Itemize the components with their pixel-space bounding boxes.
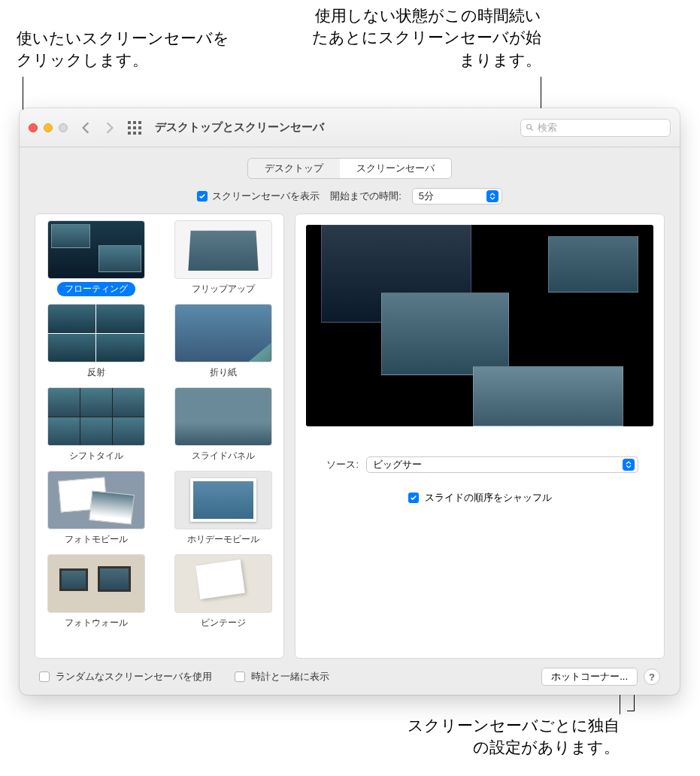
screensaver-label: 反射	[80, 365, 113, 380]
screensaver-label: フォトモビール	[57, 532, 135, 547]
hot-corners-button[interactable]: ホットコーナー...	[541, 668, 638, 686]
forward-icon[interactable]	[105, 121, 114, 135]
screensaver-item[interactable]: ビンテージ	[168, 554, 277, 630]
svg-rect-8	[138, 132, 141, 135]
screensaver-list[interactable]: フローティングフリップアップ反射折り紙シフトタイルスライドパネルフォトモビールホ…	[35, 214, 284, 659]
source-popup[interactable]: ビッグサー	[366, 456, 638, 473]
screensaver-thumbnail	[174, 304, 272, 362]
shuffle-checkbox[interactable]	[408, 493, 419, 503]
screensaver-item[interactable]: ホリデーモビール	[168, 471, 277, 547]
screensaver-thumbnail	[47, 471, 145, 529]
screensaver-thumbnail	[174, 554, 272, 613]
preview-pane: ソース: ビッグサー スライドの順序をシャ	[295, 214, 665, 659]
svg-rect-1	[133, 121, 136, 124]
tab-desktop[interactable]: デスクトップ	[248, 159, 340, 178]
screensaver-label: フローティング	[57, 282, 135, 296]
screensaver-item[interactable]: シフトタイル	[41, 387, 150, 463]
window-title: デスクトップとスクリーンセーバ	[155, 120, 324, 135]
top-options: スクリーンセーバを表示 開始までの時間: 5分	[35, 188, 665, 205]
svg-rect-3	[128, 126, 131, 129]
back-icon[interactable]	[81, 121, 90, 135]
screensaver-label: ビンテージ	[193, 616, 253, 630]
show-screensaver-checkbox[interactable]	[197, 191, 208, 202]
start-after-label: 開始までの時間:	[330, 189, 402, 203]
random-label: ランダムなスクリーンセーバを使用	[56, 670, 212, 684]
close-button[interactable]	[29, 123, 38, 132]
screensaver-thumbnail	[47, 304, 145, 362]
screensaver-label: 折り紙	[202, 365, 244, 380]
svg-point-9	[527, 124, 532, 129]
svg-line-10	[531, 128, 533, 130]
screensaver-label: スライドパネル	[184, 449, 262, 463]
callout-own-settings: スクリーンセーバごとに独自の設定があります。	[394, 714, 620, 759]
show-all-icon[interactable]	[128, 121, 141, 135]
screensaver-item[interactable]: 反射	[41, 304, 150, 380]
callout-idle-time: 使用しない状態がこの時間続いたあとにスクリーンセーバが始まります。	[301, 5, 541, 71]
svg-rect-7	[133, 132, 136, 135]
screensaver-thumbnail	[47, 387, 145, 446]
search-placeholder: 検索	[538, 121, 557, 135]
shuffle-label: スライドの順序をシャッフル	[425, 491, 552, 505]
random-checkbox[interactable]	[39, 671, 50, 682]
bottom-bar: ランダムなスクリーンセーバを使用 時計と一緒に表示 ホットコーナー... ?	[35, 659, 665, 695]
show-screensaver-label: スクリーンセーバを表示	[212, 189, 320, 203]
clock-label: 時計と一緒に表示	[251, 670, 329, 684]
screensaver-item[interactable]: フォトモビール	[41, 471, 150, 547]
source-value: ビッグサー	[373, 458, 422, 471]
traffic-lights	[29, 123, 68, 132]
start-after-popup[interactable]: 5分	[412, 188, 502, 205]
screensaver-thumbnail	[174, 387, 272, 446]
svg-rect-4	[133, 126, 136, 129]
search-icon	[526, 123, 535, 132]
source-label: ソース:	[321, 458, 359, 471]
help-button[interactable]: ?	[644, 668, 660, 685]
screensaver-label: フリップアップ	[184, 282, 262, 296]
screensaver-item[interactable]: フォトウォール	[41, 554, 150, 630]
preview-image[interactable]	[306, 225, 653, 426]
preferences-window: デスクトップとスクリーンセーバ 検索 デスクトップ スクリーンセーバ スクリーン…	[20, 108, 680, 695]
screensaver-item[interactable]: フリップアップ	[168, 220, 277, 296]
screensaver-item[interactable]: スライドパネル	[168, 387, 277, 463]
callout-select-saver: 使いたいスクリーンセーバをクリックします。	[17, 27, 242, 71]
nav-arrows	[81, 121, 114, 135]
svg-rect-2	[138, 121, 141, 124]
screensaver-item[interactable]: 折り紙	[168, 304, 277, 380]
screensaver-label: ホリデーモビール	[180, 532, 267, 547]
popup-arrows-icon	[486, 190, 498, 202]
screensaver-item[interactable]: フローティング	[41, 220, 150, 296]
minimize-button[interactable]	[44, 123, 53, 132]
svg-rect-0	[128, 121, 131, 124]
screensaver-thumbnail	[47, 554, 145, 613]
screensaver-label: フォトウォール	[57, 616, 135, 630]
screensaver-thumbnail	[174, 471, 272, 529]
search-field[interactable]: 検索	[520, 119, 671, 137]
svg-rect-6	[128, 132, 131, 135]
tab-screensaver[interactable]: スクリーンセーバ	[340, 159, 451, 178]
svg-rect-5	[138, 126, 141, 129]
titlebar: デスクトップとスクリーンセーバ 検索	[20, 108, 680, 147]
zoom-button	[59, 123, 68, 132]
screensaver-label: シフトタイル	[62, 449, 131, 463]
tab-control: デスクトップ スクリーンセーバ	[35, 158, 665, 179]
popup-arrows-icon	[623, 459, 635, 471]
start-after-value: 5分	[419, 189, 434, 203]
clock-checkbox[interactable]	[235, 671, 245, 682]
screensaver-thumbnail	[47, 220, 145, 279]
screensaver-thumbnail	[174, 220, 272, 279]
